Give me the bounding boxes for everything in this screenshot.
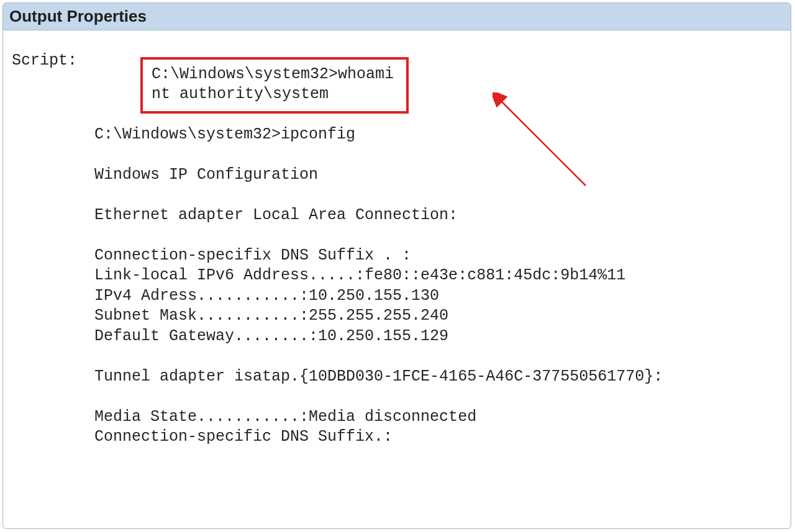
panel-title: Output Properties <box>3 3 791 30</box>
default-gateway-line: Default Gateway........:10.250.155.129 <box>94 327 448 345</box>
dns-suffix-line: Connection-specifix DNS Suffix . : <box>94 246 411 264</box>
whoami-result-line: nt authority\system <box>152 85 329 103</box>
panel-body: Script: C:\Windows\system32>whoami nt au… <box>3 30 791 476</box>
ipv4-address-line: IPv4 Adress...........:10.250.155.130 <box>94 287 439 305</box>
script-output: C:\Windows\system32>whoami nt authority\… <box>94 43 663 467</box>
dns-suffix2-line: Connection-specific DNS Suffix.: <box>94 428 393 446</box>
whoami-command-line: C:\Windows\system32>whoami <box>152 65 394 83</box>
ethernet-adapter-line: Ethernet adapter Local Area Connection: <box>94 206 458 224</box>
ipconfig-command-line: C:\Windows\system32>ipconfig <box>94 125 355 143</box>
media-state-line: Media State...........:Media disconnecte… <box>94 408 476 426</box>
subnet-mask-line: Subnet Mask...........:255.255.255.240 <box>94 307 448 325</box>
tunnel-adapter-line: Tunnel adapter isatap.{10DBD030-1FCE-416… <box>94 367 663 385</box>
ipv6-address-line: Link-local IPv6 Address.....:fe80::e43e:… <box>94 266 625 284</box>
ipconfig-header-line: Windows IP Configuration <box>94 166 318 184</box>
output-properties-panel: Output Properties Script: C:\Windows\sys… <box>2 2 791 529</box>
whoami-highlight-box: C:\Windows\system32>whoami nt authority\… <box>140 57 409 114</box>
script-label: Script: <box>12 43 77 70</box>
